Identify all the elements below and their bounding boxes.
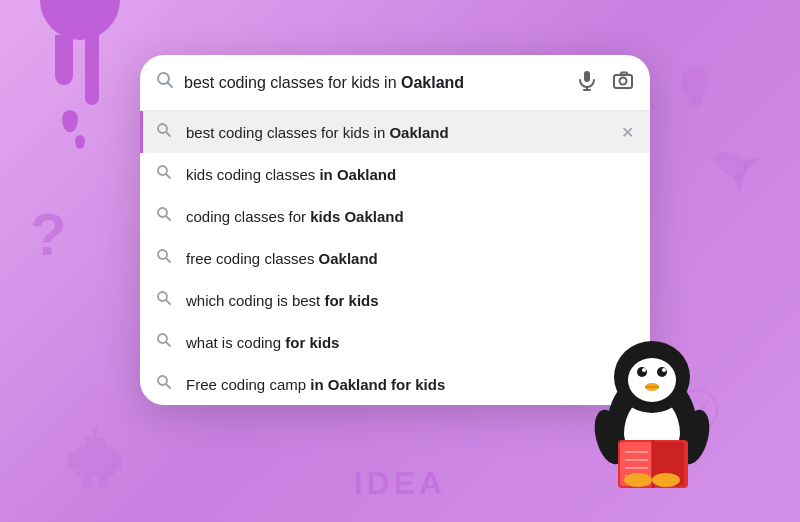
svg-line-30: [166, 174, 170, 178]
svg-line-21: [168, 83, 173, 88]
svg-rect-10: [85, 437, 105, 449]
search-icon: [156, 206, 172, 226]
svg-rect-17: [114, 452, 122, 470]
svg-point-0: [681, 66, 709, 98]
suggestion-item[interactable]: kids coding classes in Oakland: [140, 153, 650, 195]
suggestion-item[interactable]: best coding classes for kids in Oakland …: [140, 111, 650, 153]
search-action-icons: [576, 69, 634, 96]
rocket-icon: [706, 134, 774, 211]
svg-point-64: [652, 473, 680, 487]
idea-text: IDEA: [354, 465, 446, 502]
search-icon: [156, 374, 172, 394]
drip-decoration: [40, 0, 120, 40]
suggestion-text: best coding classes for kids in Oakland: [186, 124, 607, 141]
search-icon: [156, 122, 172, 142]
question-icon: ?: [30, 200, 67, 269]
suggestion-item[interactable]: free coding classes Oakland: [140, 237, 650, 279]
suggestion-text: kids coding classes in Oakland: [186, 166, 634, 183]
svg-rect-9: [75, 447, 115, 477]
suggestions-list: best coding classes for kids in Oakland …: [140, 111, 650, 405]
svg-rect-13: [80, 454, 88, 462]
suggestion-text: free coding classes Oakland: [186, 250, 634, 267]
search-bar[interactable]: best coding classes for kids in Oakland: [140, 55, 650, 110]
svg-rect-15: [82, 466, 108, 470]
svg-line-36: [166, 300, 170, 304]
suggestion-text: coding classes for kids Oakland: [186, 208, 634, 225]
svg-rect-16: [68, 452, 76, 470]
svg-point-26: [620, 78, 627, 85]
svg-rect-14: [102, 454, 110, 462]
camera-icon[interactable]: [612, 69, 634, 96]
suggestion-item[interactable]: what is coding for kids: [140, 321, 650, 363]
suggestion-item[interactable]: Free coding camp in Oakland for kids: [140, 363, 650, 405]
microphone-icon[interactable]: [576, 69, 598, 96]
svg-point-63: [624, 473, 652, 487]
search-icon: [156, 71, 174, 94]
svg-point-47: [642, 368, 646, 372]
svg-point-50: [662, 368, 666, 372]
suggestion-text: what is coding for kids: [186, 334, 634, 351]
lightbulb-icon: [670, 60, 720, 132]
svg-rect-22: [584, 71, 590, 82]
svg-rect-3: [690, 103, 700, 107]
svg-line-32: [166, 216, 170, 220]
svg-point-12: [92, 427, 98, 433]
suggestion-item[interactable]: which coding is best for kids: [140, 279, 650, 321]
close-icon[interactable]: ✕: [621, 123, 634, 142]
suggestion-text: Free coding camp in Oakland for kids: [186, 376, 634, 393]
svg-line-34: [166, 258, 170, 262]
svg-point-49: [657, 367, 667, 377]
svg-rect-19: [98, 477, 108, 489]
search-icon: [156, 164, 172, 184]
search-icon: [156, 290, 172, 310]
penguin-mascot: [580, 322, 720, 492]
svg-line-28: [166, 132, 170, 136]
suggestion-text: which coding is best for kids: [186, 292, 634, 309]
svg-line-38: [166, 342, 170, 346]
robot-icon: [60, 422, 130, 492]
search-card: best coding classes for kids in Oakland: [140, 55, 650, 405]
svg-point-44: [628, 358, 676, 402]
search-query: best coding classes for kids in Oakland: [184, 74, 566, 92]
query-bold: Oakland: [401, 74, 464, 91]
svg-line-40: [166, 384, 170, 388]
svg-point-46: [637, 367, 647, 377]
query-normal: best coding classes for kids in: [184, 74, 401, 91]
suggestion-item[interactable]: coding classes for kids Oakland: [140, 195, 650, 237]
search-icon: [156, 332, 172, 352]
search-icon: [156, 248, 172, 268]
svg-rect-18: [82, 477, 92, 489]
